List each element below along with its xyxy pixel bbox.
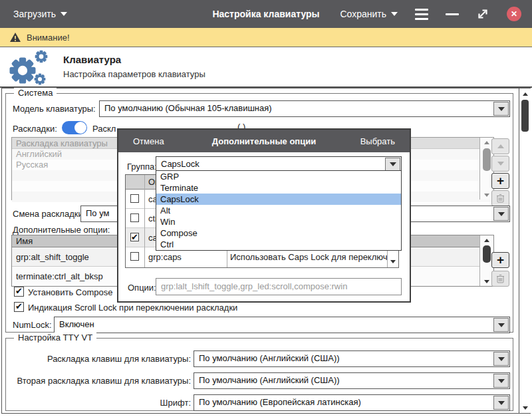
column-separator <box>144 175 145 267</box>
warning-banner: Внимание! <box>0 28 532 47</box>
modal-table-scroll-down-button[interactable] <box>388 255 398 267</box>
arrow-down-icon <box>497 162 504 166</box>
options-string-input[interactable]: grp:lalt_lshift_toggle,grp_led:scroll,co… <box>156 278 402 295</box>
chevron-down-icon <box>498 212 505 216</box>
move-down-button[interactable] <box>491 156 509 172</box>
options-string-value: grp:lalt_lshift_toggle,grp_led:scroll,co… <box>161 281 398 291</box>
add-layout-button[interactable]: + <box>491 173 509 189</box>
group-option[interactable]: Alt <box>156 205 401 216</box>
layouts-toggle[interactable] <box>62 121 87 134</box>
plus-icon: + <box>497 253 504 266</box>
layouts-caption-fragment: Раскл <box>92 124 116 134</box>
compose-checkbox-label: Установить Compose <box>28 287 112 297</box>
scrolllock-checkbox-label: Индикация Scroll Lock при переключении р… <box>28 303 237 313</box>
row-checkbox[interactable]: ✔ <box>130 233 139 241</box>
delete-option-button[interactable] <box>491 271 509 287</box>
dropdown-arrow-button[interactable] <box>493 102 509 116</box>
group-option[interactable]: Terminate <box>156 182 401 194</box>
dropdown-arrow-button[interactable] <box>493 318 509 332</box>
window-title: Настройка клавиатуры <box>0 9 532 19</box>
warning-text: Внимание! <box>27 33 70 43</box>
page-subtitle: Настройка параметров клавиатуры <box>63 69 205 79</box>
additional-options-dialog: Отмена Дополнительные опции Выбрать Груп… <box>117 128 411 303</box>
scroll-up-button[interactable] <box>519 89 531 98</box>
trash-icon <box>496 274 505 283</box>
tty-font-value: По умолчанию (Европейская латинская) <box>199 397 492 407</box>
tty-layout-value: По умолчанию (Английский (США)) <box>199 353 492 363</box>
options-string-label: Опции: <box>128 283 156 293</box>
tty-layout-dropdown[interactable]: По умолчанию (Английский (США)) <box>194 350 510 367</box>
move-up-button[interactable] <box>491 138 509 154</box>
warning-icon <box>9 32 21 43</box>
page-title: Клавиатура <box>63 54 121 65</box>
keyboard-settings-window: Загрузить Настройка клавиатуры Сохранить <box>0 0 532 417</box>
chevron-down-icon <box>390 162 396 166</box>
layouts-label: Раскладки: <box>13 124 57 134</box>
tty-row-label: Раскладка клавиш для клавиатуры: <box>11 354 191 364</box>
chevron-down-icon <box>498 107 505 111</box>
system-legend: Система <box>14 88 57 98</box>
row-checkbox[interactable] <box>130 213 139 222</box>
group-option[interactable]: Compose <box>156 227 401 239</box>
scrolllock-checkbox[interactable]: ✔ <box>14 302 24 312</box>
tty-section: Настройка TTY VT Раскладка клавиш для кл… <box>5 338 513 411</box>
model-label: Модель клавиатуры: <box>13 104 96 114</box>
group-option[interactable]: Win <box>156 216 401 227</box>
group-option[interactable]: GRP <box>156 171 401 182</box>
option-name: grp:caps <box>148 252 182 262</box>
compose-checkbox[interactable]: ✔ <box>14 287 24 297</box>
tty-legend: Настройка TTY VT <box>14 333 96 343</box>
group-options-list: GRP Terminate CapsLock Alt Win Compose C… <box>156 170 402 251</box>
model-value: По умолчанию (Обычная 105-клавишная) <box>104 103 492 113</box>
main-scrollbar[interactable] <box>519 88 531 413</box>
toggle-knob <box>74 122 86 134</box>
dropdown-arrow-button[interactable] <box>493 207 509 221</box>
scrollbar-thumb[interactable] <box>483 245 491 263</box>
titlebar: Загрузить Настройка клавиатуры Сохранить <box>0 0 532 28</box>
chevron-down-icon <box>498 401 505 405</box>
add-option-button[interactable]: + <box>491 252 509 268</box>
delete-layout-button[interactable] <box>491 190 509 206</box>
row-checkbox[interactable] <box>130 252 139 261</box>
switch-layout-label: Смена раскладки: <box>13 209 85 219</box>
trash-icon <box>496 194 505 203</box>
plus-icon: + <box>497 174 504 187</box>
group-option-selected[interactable]: CapsLock <box>156 194 401 205</box>
numlock-value: Включен <box>59 319 492 329</box>
extra-options-label: Дополнительные опции: <box>13 225 110 235</box>
scroll-up-button[interactable] <box>480 235 493 245</box>
numlock-dropdown[interactable]: Включен <box>54 317 510 333</box>
chevron-down-icon <box>390 260 396 263</box>
option-description: Использовать Caps Lock для переключе <box>230 252 392 262</box>
gears-icon <box>5 49 52 87</box>
numlock-label: NumLock: <box>13 320 52 330</box>
chevron-down-icon <box>498 379 505 383</box>
dropdown-arrow-button[interactable] <box>493 374 509 388</box>
row-checkbox[interactable] <box>130 194 139 203</box>
arrow-up-icon <box>497 144 504 148</box>
dropdown-arrow-button[interactable] <box>493 352 509 366</box>
scrollbar-thumb[interactable] <box>521 100 529 132</box>
tty-second-layout-dropdown[interactable]: По умолчанию (Английский (США)) <box>194 372 510 389</box>
model-dropdown[interactable]: По умолчанию (Обычная 105-клавишная) <box>99 100 510 117</box>
dropdown-arrow-button[interactable] <box>493 396 509 410</box>
group-option[interactable]: Ctrl <box>156 239 401 250</box>
page-header: Клавиатура Настройка параметров клавиату… <box>0 47 532 88</box>
chevron-down-icon <box>498 323 505 327</box>
group-value: CapsLock <box>161 159 384 169</box>
dialog-header: Отмена Дополнительные опции Выбрать <box>118 130 410 152</box>
tty-row-label: Вторая раскладка клавиш для клавиатуры: <box>11 376 191 386</box>
tty-second-layout-value: По умолчанию (Английский (США)) <box>199 375 492 385</box>
scroll-down-button[interactable] <box>519 403 531 412</box>
group-label: Группа: <box>127 162 157 172</box>
select-button[interactable]: Выбрать <box>360 136 395 146</box>
cancel-button[interactable]: Отмена <box>133 136 164 146</box>
tty-font-dropdown[interactable]: По умолчанию (Европейская латинская) <box>194 394 510 411</box>
tty-row-label: Шрифт: <box>11 398 191 408</box>
scrollbar-thumb[interactable] <box>483 148 491 171</box>
dropdown-arrow-button[interactable] <box>385 158 400 171</box>
chevron-down-icon <box>498 357 505 361</box>
